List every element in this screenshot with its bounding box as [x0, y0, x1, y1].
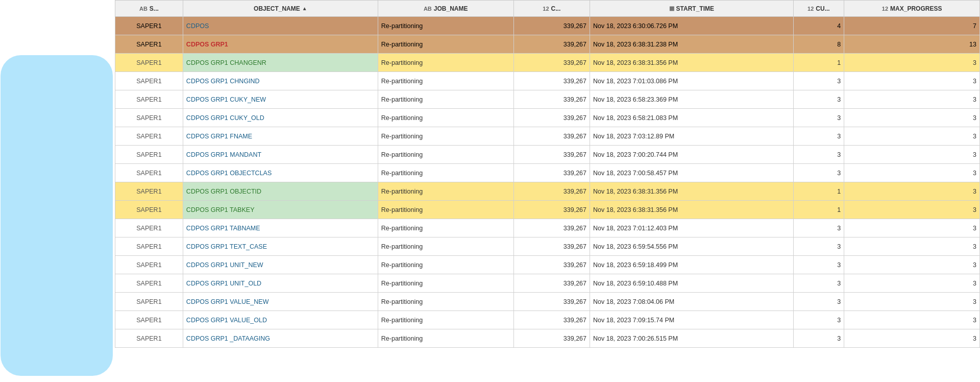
cell-cnt: 339,267 [513, 72, 590, 90]
table-row[interactable]: SAPER1CDPOS GRP1 TABKEYRe-partitioning33… [115, 201, 980, 219]
cell-job: Re-partitioning [378, 219, 513, 237]
cell-obj: CDPOS [183, 17, 378, 35]
col-start-icon: ▦ [669, 5, 674, 12]
col-header-obj[interactable]: OBJECT_NAME ▲ [183, 1, 378, 17]
col-s-icon: AB [139, 6, 148, 12]
cell-cu: 8 [793, 35, 844, 54]
cell-max: 3 [844, 127, 980, 146]
table-row[interactable]: SAPER1CDPOS GRP1 MANDANTRe-partitioning3… [115, 146, 980, 164]
cell-job: Re-partitioning [378, 293, 513, 311]
cell-max: 3 [844, 237, 980, 256]
cell-job: Re-partitioning [378, 256, 513, 274]
cell-start: Nov 18, 2023 6:59:10.488 PM [590, 274, 794, 293]
cell-s: SAPER1 [115, 311, 183, 329]
table-row[interactable]: SAPER1CDPOS GRP1 TABNAMERe-partitioning3… [115, 219, 980, 237]
cell-start: Nov 18, 2023 6:59:18.499 PM [590, 256, 794, 274]
cell-max: 3 [844, 219, 980, 237]
cell-s: SAPER1 [115, 219, 183, 237]
table-row[interactable]: SAPER1CDPOS GRP1 UNIT_OLDRe-partitioning… [115, 274, 980, 293]
cell-start: Nov 18, 2023 7:01:03.086 PM [590, 72, 794, 90]
cell-max: 3 [844, 182, 980, 201]
cell-s: SAPER1 [115, 256, 183, 274]
cell-obj: CDPOS GRP1 CUKY_NEW [183, 90, 378, 109]
cell-job: Re-partitioning [378, 109, 513, 127]
col-obj-label: OBJECT_NAME [254, 5, 300, 12]
col-header-max[interactable]: 12 MAX_PROGRESS [844, 1, 980, 17]
col-header-start[interactable]: ▦ START_TIME [590, 1, 794, 17]
cell-start: Nov 18, 2023 7:00:26.515 PM [590, 329, 794, 348]
cell-s: SAPER1 [115, 329, 183, 348]
table-row[interactable]: SAPER1CDPOS GRP1 _DATAAGINGRe-partitioni… [115, 329, 980, 348]
col-cnt-label: C... [551, 5, 561, 12]
cell-cu: 3 [793, 219, 844, 237]
col-max-label: MAX_PROGRESS [890, 5, 942, 12]
table-header-row: AB S... OBJECT_NAME ▲ AB JOB_NAME [115, 1, 980, 17]
col-header-cu[interactable]: 12 CU... [793, 1, 844, 17]
cell-max: 3 [844, 311, 980, 329]
cell-cu: 3 [793, 90, 844, 109]
table-row[interactable]: SAPER1CDPOS GRP1 CHANGENRRe-partitioning… [115, 54, 980, 72]
cell-cnt: 339,267 [513, 256, 590, 274]
cell-max: 3 [844, 90, 980, 109]
cell-cnt: 339,267 [513, 219, 590, 237]
cell-obj: CDPOS GRP1 UNIT_NEW [183, 256, 378, 274]
cell-job: Re-partitioning [378, 164, 513, 182]
cell-max: 3 [844, 293, 980, 311]
cell-job: Re-partitioning [378, 237, 513, 256]
cell-cnt: 339,267 [513, 35, 590, 54]
table-row[interactable]: SAPER1CDPOS GRP1 CUKY_NEWRe-partitioning… [115, 90, 980, 109]
cell-max: 3 [844, 109, 980, 127]
cell-start: Nov 18, 2023 7:09:15.74 PM [590, 311, 794, 329]
main-table: AB S... OBJECT_NAME ▲ AB JOB_NAME [115, 0, 980, 348]
cell-s: SAPER1 [115, 54, 183, 72]
col-header-job[interactable]: AB JOB_NAME [378, 1, 513, 17]
cell-obj: CDPOS GRP1 TABKEY [183, 201, 378, 219]
col-cnt-icon: 12 [543, 6, 549, 12]
table-row[interactable]: SAPER1CDPOS GRP1 VALUE_OLDRe-partitionin… [115, 311, 980, 329]
cell-s: SAPER1 [115, 109, 183, 127]
cell-cnt: 339,267 [513, 109, 590, 127]
cell-start: Nov 18, 2023 7:00:58.457 PM [590, 164, 794, 182]
cell-s: SAPER1 [115, 17, 183, 35]
cell-cnt: 339,267 [513, 164, 590, 182]
page-wrapper: AB S... OBJECT_NAME ▲ AB JOB_NAME [0, 0, 980, 382]
cell-job: Re-partitioning [378, 274, 513, 293]
cell-s: SAPER1 [115, 293, 183, 311]
cell-max: 3 [844, 274, 980, 293]
table-row[interactable]: SAPER1CDPOS GRP1 UNIT_NEWRe-partitioning… [115, 256, 980, 274]
cell-max: 13 [844, 35, 980, 54]
table-row[interactable]: SAPER1CDPOS GRP1 TEXT_CASERe-partitionin… [115, 237, 980, 256]
col-start-label: START_TIME [676, 5, 714, 12]
col-header-s[interactable]: AB S... [115, 1, 183, 17]
cell-start: Nov 18, 2023 6:30:06.726 PM [590, 17, 794, 35]
cell-cu: 1 [793, 182, 844, 201]
cell-obj: CDPOS GRP1 _DATAAGING [183, 329, 378, 348]
cell-start: Nov 18, 2023 7:00:20.744 PM [590, 146, 794, 164]
cell-cu: 3 [793, 72, 844, 90]
cell-cu: 3 [793, 329, 844, 348]
table-row[interactable]: SAPER1CDPOS GRP1 OBJECTIDRe-partitioning… [115, 182, 980, 201]
table-row[interactable]: SAPER1CDPOS GRP1 VALUE_NEWRe-partitionin… [115, 293, 980, 311]
cell-s: SAPER1 [115, 90, 183, 109]
cell-job: Re-partitioning [378, 182, 513, 201]
cell-s: SAPER1 [115, 274, 183, 293]
cell-cnt: 339,267 [513, 329, 590, 348]
cell-cnt: 339,267 [513, 127, 590, 146]
cell-max: 3 [844, 72, 980, 90]
table-row[interactable]: SAPER1CDPOS GRP1 FNAMERe-partitioning339… [115, 127, 980, 146]
cell-start: Nov 18, 2023 6:38:31.356 PM [590, 54, 794, 72]
table-row[interactable]: SAPER1CDPOS GRP1 CUKY_OLDRe-partitioning… [115, 109, 980, 127]
col-header-cnt[interactable]: 12 C... [513, 1, 590, 17]
cell-cu: 3 [793, 127, 844, 146]
cell-job: Re-partitioning [378, 329, 513, 348]
cell-cnt: 339,267 [513, 293, 590, 311]
cell-job: Re-partitioning [378, 72, 513, 90]
table-row[interactable]: SAPER1CDPOS GRP1 OBJECTCLASRe-partitioni… [115, 164, 980, 182]
table-row[interactable]: SAPER1CDPOSRe-partitioning339,267Nov 18,… [115, 17, 980, 35]
cell-cnt: 339,267 [513, 311, 590, 329]
cell-cnt: 339,267 [513, 90, 590, 109]
table-row[interactable]: SAPER1CDPOS GRP1 CHNGINDRe-partitioning3… [115, 72, 980, 90]
cell-cnt: 339,267 [513, 146, 590, 164]
table-row[interactable]: SAPER1CDPOS GRP1Re-partitioning339,267No… [115, 35, 980, 54]
cell-obj: CDPOS GRP1 OBJECTCLAS [183, 164, 378, 182]
